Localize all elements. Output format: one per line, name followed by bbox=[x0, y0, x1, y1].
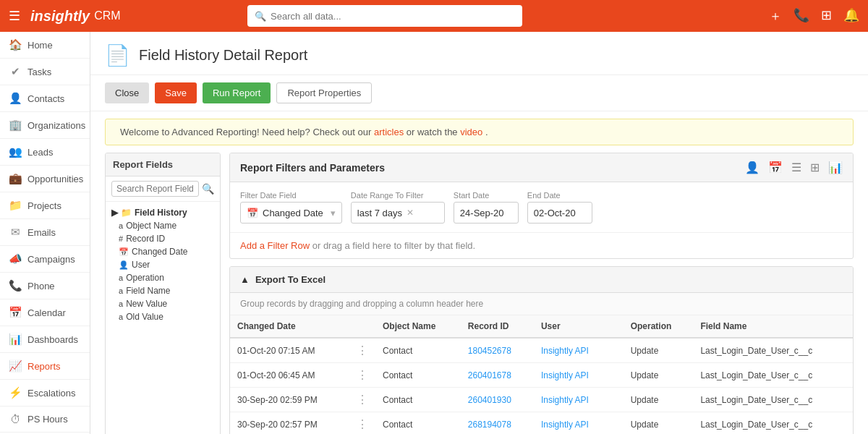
tree-item-new-value[interactable]: a New Value bbox=[116, 297, 217, 310]
cell-object: Contact bbox=[375, 363, 461, 388]
sidebar-item-organizations[interactable]: 🏢 Organizations bbox=[0, 112, 90, 139]
tree-item-user[interactable]: 👤 User bbox=[116, 258, 217, 271]
notification-icon[interactable]: 🔔 bbox=[843, 7, 859, 25]
sidebar-item-leads[interactable]: 👥 Leads bbox=[0, 139, 90, 166]
top-nav: ☰ insightly CRM 🔍 ＋ 📞 ⊞ 🔔 bbox=[0, 0, 868, 32]
tree-item-label: Changed Date bbox=[132, 247, 187, 257]
hamburger-icon[interactable]: ☰ bbox=[9, 8, 20, 24]
cell-dots[interactable]: ⋮ bbox=[349, 388, 375, 412]
fields-panel: Report Fields 🔍 ▶ 📁 Field History a bbox=[105, 153, 221, 434]
cell-record-id[interactable]: 268194078 bbox=[461, 412, 534, 435]
report-area: Report Fields 🔍 ▶ 📁 Field History a bbox=[105, 153, 854, 434]
tree-item-label: Record ID bbox=[126, 234, 165, 244]
tree-item-field-name[interactable]: a Field Name bbox=[116, 284, 217, 297]
banner-text-middle: or watch the bbox=[407, 127, 460, 137]
sidebar-item-contacts[interactable]: 👤 Contacts bbox=[0, 85, 90, 112]
add-icon[interactable]: ＋ bbox=[769, 7, 782, 25]
calendar-filter-icon[interactable]: 📅 bbox=[768, 161, 783, 174]
grid-icon[interactable]: ⊞ bbox=[821, 7, 832, 25]
start-date-input[interactable] bbox=[454, 202, 519, 224]
save-button[interactable]: Save bbox=[155, 82, 197, 103]
cell-dots[interactable]: ⋮ bbox=[349, 363, 375, 388]
results-box: ▲ Export To Excel Group records by dragg… bbox=[229, 266, 854, 434]
cell-record-id[interactable]: 260401930 bbox=[461, 388, 534, 412]
close-button[interactable]: Close bbox=[105, 82, 149, 103]
add-filter-link[interactable]: Add a Filter Row bbox=[240, 240, 310, 251]
cell-operation: Update bbox=[624, 412, 694, 435]
end-date-input[interactable] bbox=[527, 202, 592, 224]
page-title: Field History Detail Report bbox=[139, 47, 307, 64]
cell-user[interactable]: Insightly API bbox=[534, 363, 624, 388]
tree-item-operation[interactable]: a Operation bbox=[116, 271, 217, 284]
cell-user[interactable]: Insightly API bbox=[534, 412, 624, 435]
fields-panel-header: Report Fields bbox=[106, 153, 220, 176]
sidebar-label-contacts: Contacts bbox=[27, 93, 64, 104]
sidebar-item-opportunities[interactable]: 💼 Opportunities bbox=[0, 166, 90, 192]
sidebar-item-phone[interactable]: 📞 Phone bbox=[0, 273, 90, 299]
cell-record-id[interactable]: 180452678 bbox=[461, 338, 534, 363]
cell-dots[interactable]: ⋮ bbox=[349, 412, 375, 435]
phone-icon[interactable]: 📞 bbox=[793, 7, 809, 25]
sidebar-item-emails[interactable]: ✉ Emails bbox=[0, 219, 90, 246]
table-row: 01-Oct-20 06:45 AM ⋮ Contact 260401678 I… bbox=[230, 363, 853, 388]
export-label[interactable]: Export To Excel bbox=[255, 274, 326, 285]
banner-articles-link[interactable]: articles bbox=[374, 127, 404, 137]
field-a3-icon: a bbox=[119, 286, 123, 295]
columns-icon[interactable]: ⊞ bbox=[810, 161, 820, 174]
home-icon: 🏠 bbox=[9, 38, 22, 51]
contacts-icon: 👤 bbox=[9, 92, 22, 105]
filter-date-label: Filter Date Field bbox=[240, 191, 342, 200]
filter-date-control[interactable]: 📅 Changed Date ▾ bbox=[240, 202, 342, 224]
date-range-group: Date Range To Filter last 7 days ✕ bbox=[351, 191, 445, 224]
date-range-control[interactable]: last 7 days ✕ bbox=[351, 202, 445, 224]
cell-date: 01-Oct-20 06:45 AM bbox=[230, 363, 349, 388]
drag-hint-text: or drag a field here to filter by that f… bbox=[312, 240, 475, 251]
tree-item-old-value[interactable]: a Old Value bbox=[116, 310, 217, 323]
calendar-small-icon: 📅 bbox=[247, 208, 258, 218]
report-properties-button[interactable]: Report Properties bbox=[276, 82, 372, 103]
sidebar-item-home[interactable]: 🏠 Home bbox=[0, 32, 90, 59]
sidebar-label-opportunities: Opportunities bbox=[27, 174, 83, 184]
cell-record-id[interactable]: 260401678 bbox=[461, 363, 534, 388]
sidebar-item-tasks[interactable]: ✔ Tasks bbox=[0, 59, 90, 85]
emails-icon: ✉ bbox=[9, 226, 22, 239]
sidebar-item-campaigns[interactable]: 📣 Campaigns bbox=[0, 246, 90, 273]
logo-text: insightly bbox=[30, 8, 90, 25]
date-range-value: last 7 days bbox=[357, 208, 402, 218]
leads-icon: 👥 bbox=[9, 145, 22, 158]
sidebar-item-ps-hours[interactable]: ⏱ PS Hours bbox=[0, 407, 90, 433]
run-report-button[interactable]: Run Report bbox=[203, 82, 271, 103]
cell-object: Contact bbox=[375, 412, 461, 435]
tree-item-changed-date[interactable]: 📅 Changed Date bbox=[116, 245, 217, 258]
sidebar-item-calendar[interactable]: 📅 Calendar bbox=[0, 299, 90, 326]
fields-tree: ▶ 📁 Field History a Object Name # Record… bbox=[106, 202, 220, 328]
table-row: 30-Sep-20 02:59 PM ⋮ Contact 260401930 I… bbox=[230, 388, 853, 412]
banner-video-link[interactable]: video bbox=[460, 127, 482, 137]
tree-item-record-id[interactable]: # Record ID bbox=[116, 232, 217, 245]
user-filter-icon[interactable]: 👤 bbox=[745, 161, 760, 174]
cell-user[interactable]: Insightly API bbox=[534, 338, 624, 363]
filter-rows-icon[interactable]: ☰ bbox=[791, 161, 801, 174]
sidebar-item-escalations[interactable]: ⚡ Escalations bbox=[0, 380, 90, 407]
sidebar-item-reports[interactable]: 📈 Reports bbox=[0, 353, 90, 380]
collapse-icon[interactable]: ▲ bbox=[240, 274, 250, 285]
sidebar-item-dashboards[interactable]: 📊 Dashboards bbox=[0, 326, 90, 353]
filter-date-group: Filter Date Field 📅 Changed Date ▾ bbox=[240, 191, 342, 224]
search-input[interactable] bbox=[271, 11, 515, 22]
clear-range-icon[interactable]: ✕ bbox=[407, 208, 414, 218]
sidebar-item-projects[interactable]: 📁 Projects bbox=[0, 192, 90, 219]
chart-icon[interactable]: 📊 bbox=[828, 161, 843, 174]
filters-icons: 👤 📅 ☰ ⊞ 📊 bbox=[745, 161, 843, 174]
fields-search-input[interactable] bbox=[111, 181, 199, 197]
search-icon: 🔍 bbox=[255, 11, 266, 22]
add-filter-row: Add a Filter Row or drag a field here to… bbox=[230, 232, 853, 258]
tree-item-object-name[interactable]: a Object Name bbox=[116, 219, 217, 232]
field-hash-icon: # bbox=[119, 234, 123, 243]
sidebar-label-tasks: Tasks bbox=[27, 67, 51, 77]
welcome-banner: Welcome to Advanced Reporting! Need help… bbox=[105, 119, 854, 145]
col-operation: Operation bbox=[624, 315, 694, 338]
cell-dots[interactable]: ⋮ bbox=[349, 338, 375, 363]
banner-text-after: . bbox=[485, 127, 488, 137]
cell-user[interactable]: Insightly API bbox=[534, 388, 624, 412]
table-header-row: Changed Date Object Name Record ID User … bbox=[230, 315, 853, 338]
